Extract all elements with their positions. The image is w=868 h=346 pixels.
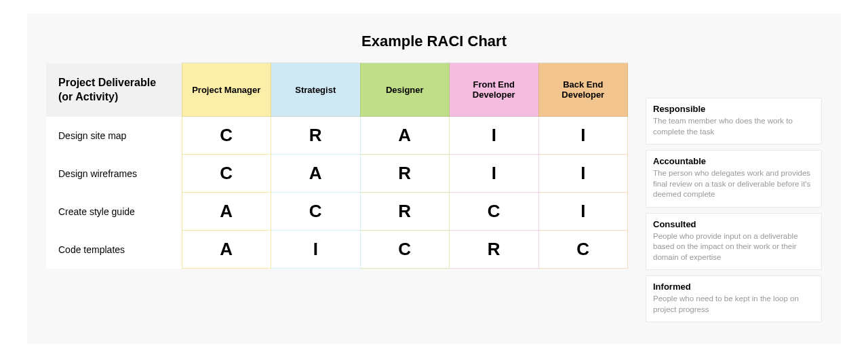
raci-cell: I [271,231,361,269]
raci-cell: R [271,117,361,155]
task-name: Create style guide [46,193,182,231]
corner-header: Project Deliverable (or Activity) [46,63,182,117]
content-row: Project Deliverable (or Activity) Projec… [46,62,822,322]
table-row: Design site map C R A I I [46,117,628,155]
legend-term: Responsible [653,104,814,114]
legend-def: People who provide input on a deliverabl… [653,231,814,263]
table-row: Design wireframes C A R I I [46,155,628,193]
raci-cell: C [182,155,271,193]
legend-term: Informed [653,282,814,292]
legend-term: Consulted [653,219,814,229]
raci-cell: R [360,193,450,231]
legend-def: The team member who does the work to com… [653,116,814,137]
legend-def: The person who delegates work and provid… [653,168,814,200]
raci-cell: I [450,155,539,193]
raci-cell: A [182,231,271,269]
raci-cell: C [182,117,271,155]
role-header: Strategist [271,63,361,117]
page-title: Example RACI Chart [46,33,822,50]
raci-cell: A [271,155,361,193]
role-header: Back End Developer [538,63,628,117]
raci-cell: A [360,117,450,155]
legend-card: Accountable The person who delegates wor… [646,150,822,208]
legend-card: Informed People who need to be kept in t… [646,275,822,322]
raci-cell: A [182,193,271,231]
raci-table: Project Deliverable (or Activity) Projec… [46,62,628,269]
role-header: Project Manager [182,63,271,117]
legend-card: Responsible The team member who does the… [646,98,822,145]
legend: Responsible The team member who does the… [646,62,822,322]
legend-card: Consulted People who provide input on a … [646,213,822,271]
raci-cell: C [538,231,628,269]
raci-cell: I [538,117,628,155]
raci-cell: I [538,155,628,193]
task-name: Design site map [46,117,182,155]
raci-panel: Example RACI Chart Project Deliverable (… [27,14,841,344]
task-name: Code templates [46,231,182,269]
raci-cell: R [450,231,539,269]
task-name: Design wireframes [46,155,182,193]
role-header: Designer [360,63,450,117]
raci-cell: C [450,193,539,231]
table-row: Code templates A I C R C [46,231,628,269]
role-header: Front End Developer [450,63,539,117]
raci-cell: I [450,117,539,155]
table-row: Create style guide A C R C I [46,193,628,231]
raci-cell: I [538,193,628,231]
raci-cell: C [360,231,450,269]
raci-cell: R [360,155,450,193]
raci-cell: C [271,193,361,231]
legend-term: Accountable [653,156,814,166]
legend-def: People who need to be kept in the loop o… [653,294,814,315]
